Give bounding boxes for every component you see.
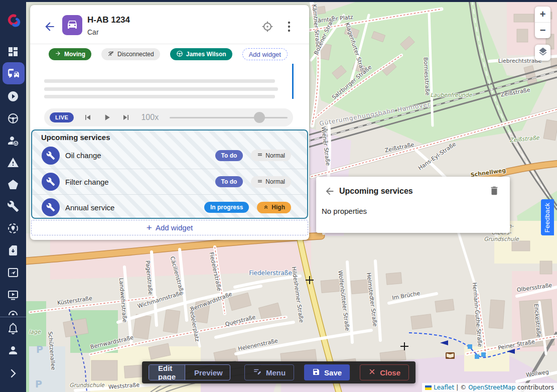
plus-icon: + [147, 223, 152, 232]
street-label: Laubenfreunde [430, 92, 472, 98]
service-name: Oil change [65, 151, 215, 160]
close-button-label: Close [380, 368, 400, 377]
vehicle-title: H-AB 1234 [87, 15, 130, 25]
playback-slider[interactable] [170, 112, 288, 122]
sidebar-item-notifications[interactable] [7, 322, 19, 334]
panel-scrollbar[interactable] [292, 64, 294, 99]
mode-segmented-control: Edit page Preview [149, 364, 230, 380]
vehicle-avatar [62, 15, 82, 35]
skip-next-button[interactable] [121, 112, 131, 122]
street-label: lage [29, 329, 41, 335]
add-widget-chip-label: Add widget [249, 51, 281, 58]
save-button-label: Save [324, 368, 342, 377]
osm-link[interactable]: OpenStreetMap [468, 384, 515, 391]
priority-label: Normal [265, 152, 285, 159]
wrench-icon [42, 147, 60, 165]
playback-speed: 100x [141, 113, 159, 122]
sidebar-item-drivers[interactable] [7, 135, 19, 147]
live-button[interactable]: LIVE [50, 112, 74, 122]
skip-previous-button[interactable] [83, 112, 93, 122]
menu-edit-icon [253, 367, 262, 378]
wrench-icon [42, 173, 60, 191]
slider-track [170, 117, 288, 118]
sidebar-item-dispatch[interactable] [7, 267, 19, 279]
vehicle-chips: Moving Disconnected James Wilson Add wid… [49, 47, 288, 62]
widget-properties-panel: Upcoming services No properties [316, 177, 510, 233]
wrench-icon [42, 198, 60, 216]
sidebar-item-signal[interactable] [7, 308, 19, 315]
attribution-suffix: contributors [517, 384, 554, 391]
status-badge: To do [215, 176, 243, 187]
back-button[interactable] [43, 20, 56, 33]
service-row[interactable]: Oil change To do Normal [32, 143, 307, 168]
sidebar-item-fleet[interactable] [3, 62, 25, 84]
sidebar-item-driving[interactable] [7, 112, 19, 124]
map-attribution: Leaflet | © OpenStreetMap contributors [422, 383, 557, 392]
delete-widget-button[interactable] [489, 185, 500, 196]
svg-text:P: P [35, 378, 42, 389]
sidebar-item-sim-cards[interactable] [7, 244, 19, 256]
ukraine-flag-icon [425, 385, 432, 390]
sidebar-divider [0, 317, 26, 317]
sidebar-item-alerts[interactable] [7, 157, 19, 169]
steering-wheel-icon [176, 50, 183, 59]
driver-chip[interactable]: James Wilson [170, 48, 232, 60]
save-button[interactable]: Save [304, 364, 350, 380]
zoom-out-button[interactable]: − [535, 23, 550, 38]
equals-icon [257, 178, 263, 186]
add-widget-label: Add widget [156, 223, 193, 232]
sidebar-item-video[interactable] [7, 289, 19, 301]
connection-chip-disconnected[interactable]: Disconnected [101, 48, 160, 60]
copyright-symbol: © [460, 384, 466, 391]
status-chip-moving[interactable]: Moving [49, 48, 91, 60]
feedback-tab[interactable]: Feedback [541, 199, 554, 235]
skeleton-bar [44, 95, 275, 98]
vehicle-panel: H-AB 1234 Car Moving Disconnected [30, 5, 309, 240]
vehicle-subtitle: Car [87, 28, 99, 36]
skeleton-bar [44, 79, 275, 83]
street-label: Grundschule [69, 382, 104, 388]
street-label: Fiedelerstraße [249, 270, 292, 277]
service-name: Annual service [65, 203, 204, 212]
sidebar-item-geofences[interactable] [7, 179, 19, 191]
service-row[interactable]: Annual service In progress High [32, 194, 307, 219]
close-button[interactable]: Close [360, 364, 409, 380]
preview-button[interactable]: Preview [185, 365, 230, 380]
connection-chip-label: Disconnected [117, 51, 154, 58]
more-menu-button[interactable] [284, 20, 295, 33]
app-logo[interactable] [4, 11, 23, 30]
slider-thumb[interactable] [254, 112, 265, 123]
add-widget-chip[interactable]: Add widget [242, 48, 288, 60]
edit-page-button[interactable]: Edit page [149, 365, 185, 380]
widget-title: Upcoming services [41, 133, 110, 142]
sidebar-item-account[interactable] [7, 344, 19, 356]
priority-badge: Normal [251, 150, 291, 161]
playback-bar: LIVE 100x [44, 108, 293, 126]
sidebar-expand-button[interactable] [7, 367, 19, 379]
sidebar-item-places[interactable] [7, 222, 19, 234]
priority-label: Normal [265, 178, 285, 185]
map-layers-button[interactable] [535, 45, 550, 61]
properties-back-button[interactable] [324, 186, 335, 197]
signal-off-icon [107, 50, 114, 59]
add-widget-button[interactable]: + Add widget [31, 220, 308, 235]
status-chip-label: Moving [64, 51, 85, 58]
sidebar-item-playback[interactable] [7, 90, 19, 102]
car-icon [66, 18, 78, 32]
menu-button[interactable]: Menu [244, 364, 294, 380]
edit-mode-toolbar: Edit page Preview Menu Save Close [142, 361, 415, 383]
leaflet-link[interactable]: Leaflet [434, 384, 454, 391]
double-chevron-up-icon [263, 204, 269, 211]
locate-button[interactable] [261, 20, 274, 33]
sidebar-item-maintenance[interactable] [7, 200, 19, 212]
sidebar [0, 0, 26, 392]
sidebar-item-dashboard[interactable] [7, 46, 19, 58]
arrow-right-icon [55, 50, 61, 58]
close-icon [368, 368, 376, 377]
service-row[interactable]: Filter change To do Normal [32, 169, 307, 194]
zoom-in-button[interactable]: + [535, 7, 550, 22]
skeleton-bar [44, 87, 278, 91]
play-button[interactable] [102, 112, 112, 122]
service-name: Filter change [65, 178, 215, 186]
upcoming-services-widget[interactable]: Upcoming services Oil change To do Norma… [31, 129, 308, 219]
